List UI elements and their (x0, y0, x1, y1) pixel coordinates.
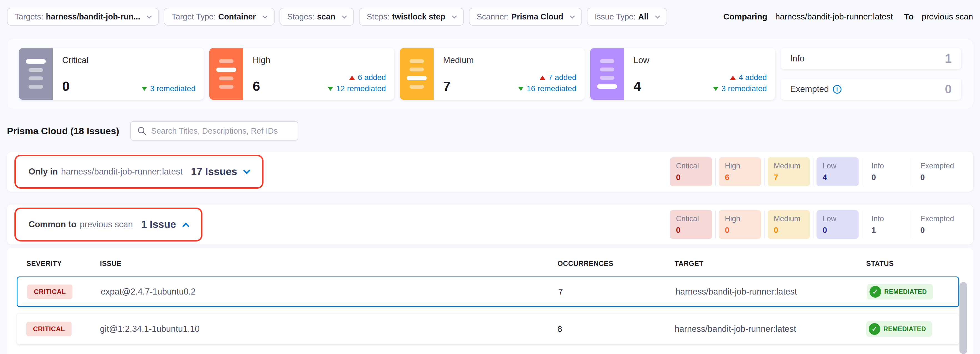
added-link[interactable]: 7 added (540, 73, 576, 82)
pill-low[interactable]: Low 0 (816, 210, 859, 239)
severity-count: 0 (62, 80, 70, 93)
remediated-link[interactable]: 12 remediated (328, 84, 386, 93)
severity-label: High (253, 55, 386, 65)
filter-value: All (638, 12, 649, 21)
filter-label: Steps: (367, 12, 390, 21)
severity-card-medium: Medium 7 7 added 16 remediated (400, 48, 585, 100)
issue-name: expat@2.4.7-1ubuntu0.2 (101, 287, 558, 297)
remediated-link[interactable]: 3 remediated (713, 84, 767, 93)
divider (911, 158, 911, 186)
pill-exempted[interactable]: Exempted 0 (914, 157, 956, 186)
exempted-card: Exempted 0 (781, 79, 961, 100)
severity-bar (409, 67, 424, 72)
col-status: STATUS (866, 260, 973, 268)
high-severity-icon (209, 48, 243, 100)
group-prefix: Common to (29, 220, 76, 230)
comparing-summary: Comparing harness/bandit-job-runner:late… (723, 12, 973, 21)
severity-count: 7 (443, 80, 450, 93)
filter-issue-type[interactable]: Issue Type: All (587, 8, 667, 26)
occurrences-count: 8 (557, 324, 675, 334)
severity-bar (29, 77, 43, 80)
check-icon (870, 286, 881, 298)
filter-stages[interactable]: Stages: scan (280, 8, 354, 26)
vertical-scrollbar[interactable] (959, 282, 967, 354)
divider (813, 210, 813, 238)
severity-card-low: Low 4 4 added 3 remediated (590, 48, 775, 100)
severity-count: 6 (253, 80, 260, 93)
arrow-down-icon (142, 87, 147, 91)
comparing-baseline: previous scan (922, 12, 973, 21)
filter-steps[interactable]: Steps: twistlock step (359, 8, 464, 26)
chevron-up-icon (182, 223, 189, 230)
info-tooltip-icon[interactable] (833, 85, 842, 94)
group-prefix: Only in (29, 167, 58, 177)
group-toggle-only-in[interactable]: Only in harness/bandit-job-runner:latest… (14, 155, 264, 189)
pill-high[interactable]: High 0 (719, 210, 761, 239)
pill-high[interactable]: High 6 (719, 157, 761, 186)
group-scope: previous scan (80, 220, 133, 230)
status-badge: REMEDIATED (867, 284, 933, 300)
filter-scanner[interactable]: Scanner: Prisma Cloud (469, 8, 582, 26)
arrow-down-icon (713, 87, 719, 91)
pill-info[interactable]: Info 1 (865, 210, 908, 239)
col-severity: SEVERITY (26, 260, 100, 268)
arrow-up-icon (349, 76, 355, 80)
chevron-down-icon (452, 13, 457, 18)
pill-low[interactable]: Low 4 (816, 157, 859, 186)
severity-label: Medium (443, 55, 576, 65)
filter-value: twistlock step (392, 12, 445, 21)
group-issue-count: 17 Issues (191, 166, 237, 177)
chevron-down-icon (243, 167, 250, 174)
severity-badge: CRITICAL (26, 322, 72, 336)
group-only-in: Only in harness/bandit-job-runner:latest… (7, 152, 973, 192)
severity-bar (216, 67, 236, 72)
severity-bar (219, 85, 234, 89)
search-box (130, 121, 298, 140)
page-title: Prisma Cloud (18 Issues) (7, 126, 119, 136)
severity-bar (600, 59, 614, 63)
status-badge: REMEDIATED (866, 321, 932, 337)
table-row[interactable]: CRITICAL git@1:2.34.1-1ubuntu1.10 8 harn… (17, 314, 959, 344)
arrow-up-icon (540, 76, 545, 80)
occurrences-count: 7 (558, 287, 675, 297)
col-occurrences: OCCURRENCES (557, 260, 675, 268)
info-count: 1 (945, 52, 952, 65)
divider (764, 158, 765, 186)
pill-critical[interactable]: Critical 0 (670, 210, 712, 239)
severity-bar (409, 85, 424, 89)
severity-card-high: High 6 6 added 12 remediated (209, 48, 394, 100)
issues-table: SEVERITY ISSUE OCCURRENCES TARGET STATUS… (7, 248, 973, 354)
pill-medium[interactable]: Medium 0 (768, 210, 810, 239)
group-toggle-common-to[interactable]: Common to previous scan 1 Issue (14, 207, 202, 241)
comparing-target: harness/bandit-job-runner:latest (775, 12, 893, 21)
severity-badge: CRITICAL (27, 285, 72, 299)
filter-value: Prisma Cloud (511, 12, 563, 21)
remediated-link[interactable]: 3 remediated (142, 84, 196, 93)
added-link[interactable]: 6 added (349, 73, 386, 82)
target-name: harness/bandit-job-runner:latest (675, 324, 866, 334)
pill-medium[interactable]: Medium 7 (768, 157, 810, 186)
pill-info[interactable]: Info 0 (865, 157, 908, 186)
severity-label: Low (633, 55, 767, 65)
remediated-link[interactable]: 16 remediated (518, 84, 576, 93)
comparing-to-label: To (904, 12, 914, 21)
severity-bar (26, 59, 46, 64)
filter-targets[interactable]: Targets: harness/bandit-job-run... (7, 8, 159, 26)
pill-critical[interactable]: Critical 0 (670, 157, 712, 186)
pill-exempted[interactable]: Exempted 0 (914, 210, 956, 239)
group-scope: harness/bandit-job-runner:latest (61, 167, 183, 177)
filter-label: Targets: (15, 12, 43, 21)
filter-target-type[interactable]: Target Type: Container (164, 8, 274, 26)
search-input[interactable] (151, 126, 291, 136)
severity-bar (409, 59, 424, 63)
arrow-down-icon (328, 87, 333, 91)
severity-bar (407, 76, 427, 80)
severity-bar (219, 77, 234, 80)
added-link[interactable]: 4 added (730, 73, 767, 82)
severity-bar (600, 67, 614, 72)
divider (813, 158, 813, 186)
table-row[interactable]: CRITICAL expat@2.4.7-1ubuntu0.2 7 harnes… (17, 276, 959, 307)
severity-count: 4 (633, 80, 641, 93)
filter-label: Issue Type: (595, 12, 636, 21)
divider (715, 210, 716, 238)
